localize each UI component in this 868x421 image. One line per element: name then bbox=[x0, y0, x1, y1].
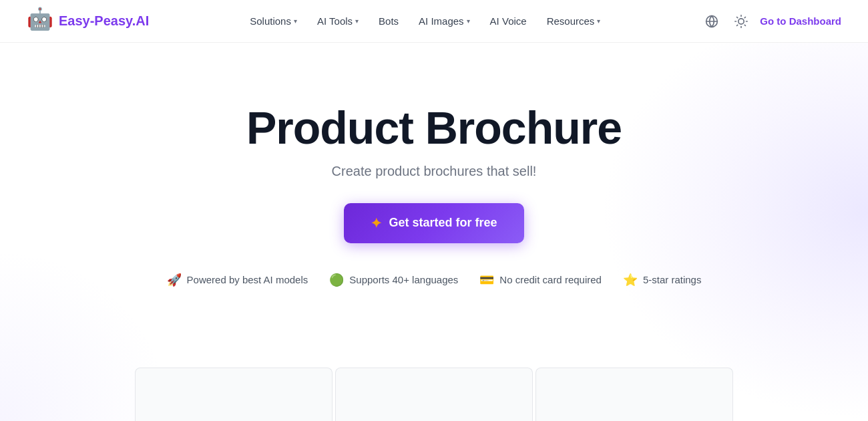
globe-green-icon: 🟢 bbox=[329, 273, 344, 287]
chevron-down-icon: ▾ bbox=[597, 17, 600, 25]
logo-icon: 🤖 bbox=[27, 8, 53, 35]
preview-card-3 bbox=[535, 368, 733, 421]
globe-icon[interactable] bbox=[701, 11, 722, 32]
chevron-down-icon: ▾ bbox=[467, 17, 470, 25]
theme-toggle-icon[interactable] bbox=[730, 11, 752, 32]
nav-menu: Solutions ▾ AI Tools ▾ Bots AI Images ▾ … bbox=[242, 11, 608, 31]
features-row: 🚀 Powered by best AI models 🟢 Supports 4… bbox=[167, 273, 702, 287]
hero-title: Product Brochure bbox=[246, 103, 622, 153]
nav-item-ai-images[interactable]: AI Images ▾ bbox=[411, 11, 478, 31]
rocket-icon: 🚀 bbox=[167, 273, 182, 287]
nav-item-bots[interactable]: Bots bbox=[371, 11, 407, 31]
svg-line-10 bbox=[745, 17, 746, 17]
svg-line-9 bbox=[737, 25, 738, 25]
sparkle-icon: ✦ bbox=[371, 215, 382, 231]
svg-line-6 bbox=[745, 25, 746, 25]
hero-section: Product Brochure Create product brochure… bbox=[0, 43, 868, 287]
feature-ratings: ⭐ 5-star ratings bbox=[623, 273, 702, 287]
nav-item-solutions[interactable]: Solutions ▾ bbox=[242, 11, 305, 31]
nav-item-ai-tools[interactable]: AI Tools ▾ bbox=[309, 11, 367, 31]
cards-preview bbox=[134, 368, 734, 421]
feature-no-credit-card: 💳 No credit card required bbox=[479, 273, 602, 287]
get-started-button[interactable]: ✦ Get started for free bbox=[344, 203, 523, 243]
navbar: 🤖 Easy-Peasy.AI Solutions ▾ AI Tools ▾ B… bbox=[0, 0, 868, 43]
credit-card-icon: 💳 bbox=[479, 273, 494, 287]
go-to-dashboard-button[interactable]: Go to Dashboard bbox=[760, 15, 841, 27]
svg-point-2 bbox=[738, 18, 744, 23]
preview-card-1 bbox=[135, 368, 333, 421]
chevron-down-icon: ▾ bbox=[355, 17, 359, 25]
nav-item-ai-voice[interactable]: AI Voice bbox=[482, 11, 535, 31]
feature-ai-models: 🚀 Powered by best AI models bbox=[167, 273, 308, 287]
svg-line-5 bbox=[737, 17, 738, 17]
navbar-actions: Go to Dashboard bbox=[701, 11, 841, 32]
nav-item-resources[interactable]: Resources ▾ bbox=[539, 11, 609, 31]
logo-text: Easy-Peasy.AI bbox=[59, 13, 149, 29]
preview-card-2 bbox=[335, 368, 533, 421]
feature-languages: 🟢 Supports 40+ languages bbox=[329, 273, 458, 287]
star-icon: ⭐ bbox=[623, 273, 638, 287]
chevron-down-icon: ▾ bbox=[294, 17, 297, 25]
hero-subtitle: Create product brochures that sell! bbox=[332, 164, 537, 179]
logo[interactable]: 🤖 Easy-Peasy.AI bbox=[27, 8, 149, 35]
